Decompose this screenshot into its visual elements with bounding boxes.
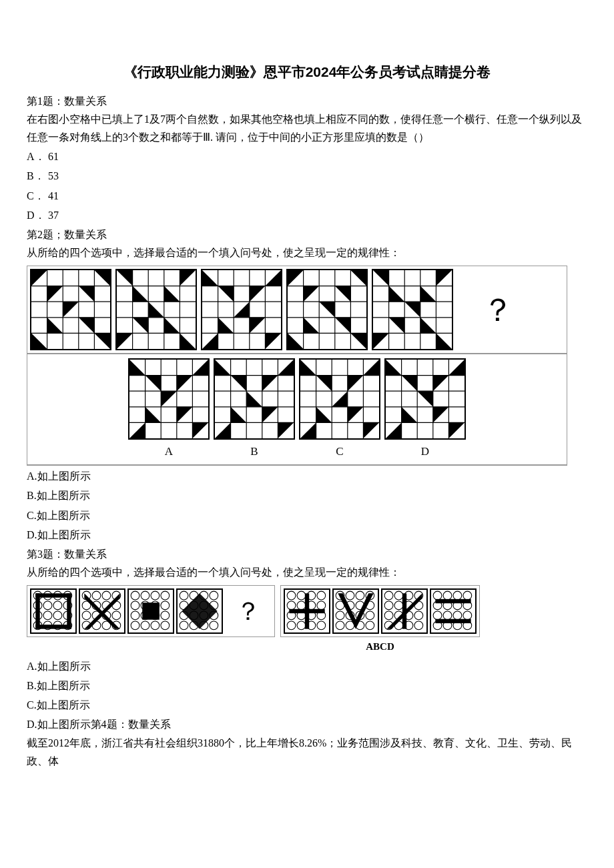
svg-rect-281 (402, 594, 406, 629)
svg-point-265 (384, 592, 393, 600)
svg-point-211 (141, 621, 149, 630)
q2-label-a: A (128, 442, 210, 462)
svg-point-171 (43, 611, 52, 620)
q1-b-letter: B． (27, 167, 48, 185)
q1-a-letter: A． (27, 147, 48, 165)
q2-tile-5 (372, 269, 453, 350)
svg-point-273 (384, 611, 393, 620)
svg-point-234 (317, 592, 326, 600)
q3-options-group (280, 585, 480, 637)
svg-point-209 (161, 611, 170, 620)
svg-point-291 (443, 611, 452, 620)
q3-option-d-and-q4-header: D.如上图所示第4题：数量关系 (27, 715, 587, 733)
q2-label-d: D (384, 442, 466, 462)
q1-text: 在右图小空格中已填上了1及7两个自然数，如果其他空格也填上相应不同的数，使得任意… (27, 110, 587, 146)
svg-point-246 (317, 621, 326, 630)
q1-c-text: 41 (48, 190, 59, 201)
svg-point-227 (180, 621, 188, 630)
q1-a-text: 61 (48, 151, 59, 162)
q3-qmark: ？ (225, 588, 272, 634)
svg-point-202 (131, 601, 139, 610)
q4-header: 第4题：数量关系 (91, 719, 171, 730)
q1-header: 第1题：数量关系 (27, 92, 587, 110)
q1-option-c: C．41 (27, 187, 587, 205)
q1-option-b: B．53 (27, 167, 587, 185)
q3-tile-2 (79, 588, 125, 634)
q3-text: 从所给的四个选项中，选择最合适的一个填入问号处，使之呈现一定的规律性： (27, 563, 587, 581)
svg-point-282 (433, 592, 442, 600)
q2-tile-2 (115, 269, 197, 350)
q3-d-part: D.如上图所示 (27, 719, 91, 730)
q2-figure-options: A B C D (27, 354, 567, 465)
svg-rect-214 (142, 603, 160, 620)
q3-opt-a (284, 588, 330, 634)
svg-point-215 (180, 592, 188, 600)
svg-point-250 (346, 592, 354, 600)
svg-rect-180 (35, 594, 39, 629)
svg-point-280 (414, 621, 423, 630)
q3-opt-b (332, 588, 379, 634)
q2-option-tile-a (128, 358, 210, 440)
q3-tile-1 (30, 588, 77, 634)
q2-tile-4 (286, 269, 368, 350)
svg-point-251 (356, 592, 364, 600)
svg-point-230 (210, 621, 218, 630)
q2-option-c: C.如上图所示 (27, 506, 587, 524)
svg-point-276 (414, 611, 423, 620)
svg-point-266 (394, 592, 403, 600)
svg-point-238 (317, 601, 326, 610)
q2-option-labels: A B C D (128, 442, 466, 462)
q1-c-letter: C． (27, 187, 48, 205)
svg-point-199 (141, 592, 149, 600)
svg-point-257 (336, 611, 344, 620)
svg-point-206 (131, 611, 139, 620)
q3-tile-3 (127, 588, 174, 634)
svg-point-285 (463, 592, 472, 600)
q2-option-b: B.如上图所示 (27, 486, 587, 504)
q3-option-c: C.如上图所示 (27, 696, 587, 714)
svg-point-261 (336, 621, 344, 630)
svg-point-290 (433, 611, 442, 620)
svg-point-193 (112, 611, 121, 620)
q2-label-c: C (299, 442, 380, 462)
svg-point-213 (161, 621, 170, 630)
svg-point-198 (131, 592, 139, 600)
q1-option-a: A．61 (27, 147, 587, 165)
q3-opt-d (430, 588, 477, 634)
svg-rect-248 (305, 594, 309, 629)
q3-figure: ？ ABCD (27, 585, 587, 656)
q2-figure-sequence: ？ (27, 266, 567, 354)
svg-point-232 (297, 592, 306, 600)
svg-point-183 (92, 592, 101, 600)
q3-abcd-label: ABCD (280, 638, 480, 656)
q3-option-a: A.如上图所示 (27, 657, 587, 675)
q2-label-b: B (214, 442, 295, 462)
svg-point-270 (394, 601, 403, 610)
q2-option-d: D.如上图所示 (27, 526, 587, 544)
q3-opt-c (381, 588, 428, 634)
svg-point-205 (161, 601, 170, 610)
svg-point-167 (43, 601, 52, 610)
svg-rect-178 (35, 594, 71, 598)
q4-text: 截至2012年底，浙江省共有社会组织31880个，比上年增长8.26%；业务范围… (27, 734, 587, 770)
svg-rect-299 (435, 619, 471, 623)
q3-tile-4 (176, 588, 223, 634)
svg-point-201 (161, 592, 170, 600)
svg-point-172 (53, 611, 62, 620)
q1-d-text: 37 (48, 209, 59, 221)
q1-option-d: D．37 (27, 206, 587, 224)
q2-text: 从所给的四个选项中，选择最合适的一个填入问号处，使之呈现一定的规律性： (27, 244, 587, 262)
svg-point-231 (287, 592, 296, 600)
q3-option-b: B.如上图所示 (27, 677, 587, 695)
svg-point-244 (297, 621, 306, 630)
svg-rect-181 (67, 594, 71, 629)
svg-point-283 (443, 592, 452, 600)
q2-header: 第2题；数量关系 (27, 226, 587, 244)
svg-point-293 (463, 611, 472, 620)
svg-point-284 (453, 592, 462, 600)
svg-point-184 (102, 592, 111, 600)
q2-tile-1 (30, 269, 111, 350)
divider (27, 465, 567, 466)
q2-option-tile-d (384, 358, 466, 440)
q3-sequence-group: ？ (27, 585, 275, 637)
